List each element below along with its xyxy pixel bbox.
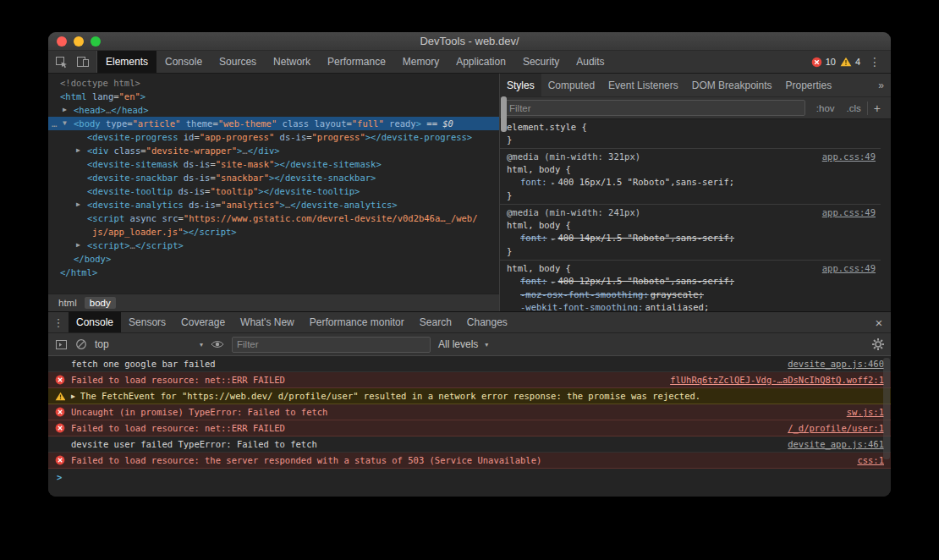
dom-tree-row[interactable]: <devsite-snackbar ds-is="snackbar"></dev…: [48, 171, 499, 184]
dom-tree-row[interactable]: <devsite-progress id="app-progress" ds-i…: [48, 130, 499, 144]
dom-tree-row[interactable]: ▶<script>…</script>: [48, 239, 499, 252]
breadcrumb-item-html[interactable]: html: [53, 297, 82, 309]
pseudo-state-button[interactable]: :hov: [810, 103, 841, 113]
class-toggle-button[interactable]: .cls: [841, 103, 867, 113]
dom-tree-row-selected[interactable]: …▼<body type="article" theme="web-theme"…: [48, 117, 499, 130]
styles-scrollbar[interactable]: [882, 98, 890, 310]
console-message-log[interactable]: devsite user failed TypeError: Failed to…: [48, 436, 891, 453]
console-message-error[interactable]: Failed to load resource: net::ERR_FAILED…: [48, 420, 891, 436]
css-selector[interactable]: html, body {: [507, 219, 571, 232]
dom-tree-row[interactable]: ▶<div class="devsite-wrapper">…</div>: [48, 144, 499, 157]
tab-application[interactable]: Application: [448, 51, 514, 73]
error-count-badge[interactable]: 10: [811, 57, 836, 68]
console-settings-button[interactable]: [872, 338, 884, 350]
inspect-element-button[interactable]: [55, 56, 68, 69]
message-source-link[interactable]: flUhRq6tzZclQEJ-Vdg-…aDsNcIhQ8tQ.woff2:1: [658, 375, 884, 385]
stylesheet-link[interactable]: app.css:49: [814, 262, 876, 275]
css-selector[interactable]: html, body {: [507, 163, 571, 176]
zoom-window-button[interactable]: [91, 36, 101, 47]
tab-styles[interactable]: Styles: [500, 74, 541, 96]
css-declaration-overridden[interactable]: font:▸400 12px/1.5 "Roboto",sans-serif;: [500, 275, 881, 288]
shorthand-expand-icon[interactable]: ▸: [552, 276, 556, 288]
drawer-tab-coverage[interactable]: Coverage: [173, 312, 233, 332]
tab-computed[interactable]: Computed: [541, 74, 601, 96]
drawer-tab-performance-monitor[interactable]: Performance monitor: [302, 312, 412, 332]
dom-tree-row[interactable]: <devsite-tooltip ds-is="tooltip"></devsi…: [48, 184, 499, 198]
console-sidebar-button[interactable]: [55, 339, 68, 350]
dom-tree-row[interactable]: <devsite-sitemask ds-is="site-mask"></de…: [48, 157, 499, 171]
tab-elements[interactable]: Elements: [97, 51, 156, 73]
expand-arrow-icon[interactable]: ▶: [76, 239, 80, 252]
tab-dom-breakpoints[interactable]: DOM Breakpoints: [685, 74, 779, 96]
tab-sources[interactable]: Sources: [211, 51, 265, 73]
console-message-error[interactable]: Failed to load resource: the server resp…: [48, 453, 891, 469]
tab-event-listeners[interactable]: Event Listeners: [601, 74, 685, 96]
console-message-log[interactable]: fetch one google bar failed devsite_app.…: [48, 356, 891, 372]
media-query[interactable]: @media (min-width: 321px): [507, 151, 640, 163]
console-scrollbar-thumb[interactable]: [883, 358, 890, 459]
scrollbar-thumb[interactable]: [501, 96, 507, 132]
dom-tree-row[interactable]: ▶<devsite-analytics ds-is="analytics">…<…: [48, 198, 499, 211]
window-titlebar[interactable]: DevTools - web.dev/: [48, 32, 891, 51]
styles-filter-input[interactable]: [504, 100, 805, 116]
message-source-link[interactable]: devsite_app.js:460: [776, 359, 884, 369]
dom-tree[interactable]: <!doctype html> <html lang="en"> ▶<head>…: [48, 74, 499, 294]
tab-performance[interactable]: Performance: [319, 51, 394, 73]
tab-audits[interactable]: Audits: [568, 51, 612, 73]
log-level-selector[interactable]: All levels ▾: [438, 338, 488, 350]
context-selector[interactable]: top ▾: [95, 338, 203, 350]
breadcrumb-item-body[interactable]: body: [85, 297, 116, 309]
console-prompt[interactable]: >: [48, 469, 891, 485]
close-window-button[interactable]: [57, 36, 67, 47]
drawer-tab-console[interactable]: Console: [69, 312, 121, 332]
dom-tree-row[interactable]: ▶<head>…</head>: [48, 103, 499, 117]
css-selector[interactable]: element.style {: [507, 121, 587, 134]
console-message-error[interactable]: Failed to load resource: net::ERR_FAILED…: [48, 372, 891, 388]
dom-tree-row[interactable]: js/app_loader.js"></script>: [48, 225, 499, 239]
dom-tree-row[interactable]: </body>: [48, 252, 499, 266]
console-filter-input[interactable]: [232, 337, 431, 353]
drawer-menu-button[interactable]: ⋮: [48, 312, 69, 332]
css-selector[interactable]: html, body {: [507, 262, 571, 275]
message-source-link[interactable]: /_d/profile/user:1: [776, 423, 884, 433]
tab-console[interactable]: Console: [156, 51, 211, 73]
more-options-button[interactable]: ⋮: [865, 55, 885, 69]
drawer-tab-sensors[interactable]: Sensors: [121, 312, 173, 332]
message-source-link[interactable]: css:1: [845, 455, 884, 465]
drawer-tab-changes[interactable]: Changes: [459, 312, 515, 332]
dom-tree-row[interactable]: <script async src="https://www.gstatic.c…: [48, 211, 499, 225]
expand-arrow-icon[interactable]: ▶: [63, 103, 67, 117]
css-declaration[interactable]: font:▸400 16px/1.5 "Roboto",sans-serif;: [500, 176, 881, 189]
dom-tree-row[interactable]: </html>: [48, 266, 499, 279]
shorthand-expand-icon[interactable]: ▸: [552, 177, 556, 189]
tab-security[interactable]: Security: [514, 51, 568, 73]
collapse-arrow-icon[interactable]: ▼: [63, 117, 67, 130]
expand-arrow-icon[interactable]: ▶: [76, 144, 80, 157]
media-query[interactable]: @media (min-width: 241px): [507, 206, 640, 219]
message-source-link[interactable]: devsite_app.js:461: [776, 439, 884, 449]
css-declaration[interactable]: -webkit-font-smoothing:antialiased;: [500, 301, 881, 311]
more-tabs-button[interactable]: »: [871, 74, 891, 96]
stylesheet-link[interactable]: app.css:49: [814, 151, 876, 163]
tab-network[interactable]: Network: [265, 51, 319, 73]
warning-count-badge[interactable]: 4: [840, 57, 860, 67]
dom-tree-row[interactable]: <!doctype html>: [48, 76, 499, 90]
stylesheet-link[interactable]: app.css:49: [814, 206, 876, 219]
console-message-warning[interactable]: ▶ The FetchEvent for "https://web.dev/_d…: [48, 388, 891, 404]
expand-arrow-icon[interactable]: ▶: [71, 393, 75, 400]
tab-memory[interactable]: Memory: [394, 51, 448, 73]
drawer-tab-search[interactable]: Search: [412, 312, 459, 332]
drawer-tab-whats-new[interactable]: What's New: [233, 312, 302, 332]
device-toolbar-button[interactable]: [76, 56, 90, 68]
shorthand-expand-icon[interactable]: ▸: [552, 233, 556, 245]
css-declaration-overridden[interactable]: font:▸400 14px/1.5 "Roboto",sans-serif;: [500, 232, 881, 245]
clear-console-button[interactable]: [75, 338, 87, 350]
css-declaration-overridden[interactable]: -moz-osx-font-smoothing:grayscale;: [500, 288, 881, 301]
close-drawer-button[interactable]: ×: [867, 312, 891, 332]
minimize-window-button[interactable]: [74, 36, 84, 47]
dom-tree-row[interactable]: <html lang="en">: [48, 90, 499, 103]
live-expression-button[interactable]: [211, 339, 224, 349]
message-source-link[interactable]: sw.js:1: [835, 407, 884, 417]
console-message-error[interactable]: Uncaught (in promise) TypeError: Failed …: [48, 404, 891, 420]
tab-properties[interactable]: Properties: [778, 74, 838, 96]
